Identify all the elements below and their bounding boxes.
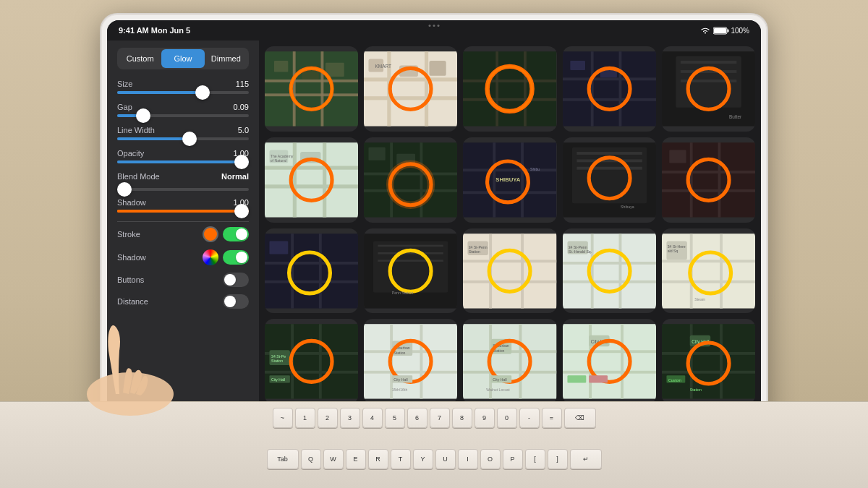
- shadow-color-swatch[interactable]: [203, 249, 218, 265]
- map-cell-3[interactable]: [463, 46, 556, 132]
- svg-rect-88: [265, 261, 358, 264]
- key-p[interactable]: P: [503, 449, 523, 469]
- svg-text:KMART: KMART: [375, 64, 392, 69]
- svg-rect-42: [681, 70, 737, 73]
- linewidth-slider-thumb[interactable]: [182, 132, 197, 146]
- key-r[interactable]: R: [368, 449, 388, 469]
- key-bracket-r[interactable]: ]: [548, 449, 568, 469]
- key-e[interactable]: E: [346, 449, 366, 469]
- linewidth-slider-track[interactable]: [117, 137, 249, 140]
- svg-rect-77: [576, 167, 642, 170]
- size-control: Size 115: [117, 80, 249, 94]
- map-cell-18[interactable]: Suburban Station City Hall Walnut Locust: [463, 319, 556, 404]
- svg-point-0: [705, 33, 706, 34]
- buttons-toggle[interactable]: [223, 273, 249, 287]
- key-3[interactable]: 3: [340, 408, 360, 428]
- map-cell-6[interactable]: The Academy of Natural: [265, 137, 358, 223]
- map-cell-11[interactable]: [265, 228, 358, 314]
- shadow-slider-track[interactable]: [117, 210, 249, 213]
- key-u[interactable]: U: [435, 449, 456, 469]
- size-label: Size: [117, 80, 132, 88]
- svg-rect-133: [319, 324, 322, 398]
- svg-rect-48: [265, 184, 358, 188]
- stroke-toggle[interactable]: [223, 227, 249, 241]
- size-slider-track[interactable]: [117, 91, 249, 94]
- key-tilde[interactable]: ~: [273, 408, 293, 428]
- key-minus[interactable]: -: [519, 408, 540, 428]
- map-cell-7[interactable]: [364, 137, 457, 223]
- svg-rect-112: [563, 280, 656, 283]
- gap-value: 0.09: [234, 103, 249, 111]
- key-bracket-l[interactable]: [: [525, 449, 545, 469]
- map-tile-11: [265, 228, 358, 314]
- svg-rect-2: [714, 28, 726, 33]
- svg-rect-113: [590, 234, 593, 308]
- svg-text:Station: Station: [690, 388, 702, 392]
- svg-rect-15: [364, 77, 457, 81]
- gap-label: Gap: [117, 103, 132, 111]
- key-5[interactable]: 5: [385, 408, 405, 428]
- buttons-label: Buttons: [117, 275, 144, 284]
- stroke-color-swatch[interactable]: [203, 226, 218, 242]
- map-cell-9[interactable]: Shibuya: [563, 137, 656, 223]
- segment-custom[interactable]: Custom: [119, 49, 161, 68]
- key-6[interactable]: 6: [407, 408, 427, 428]
- segment-glow[interactable]: Glow: [161, 49, 204, 68]
- key-i[interactable]: I: [458, 449, 478, 469]
- key-7[interactable]: 7: [430, 408, 450, 428]
- svg-rect-28: [524, 51, 527, 126]
- map-cell-13[interactable]: 34 St-Penn Station: [463, 228, 556, 314]
- size-slider-thumb[interactable]: [195, 85, 210, 100]
- key-w[interactable]: W: [323, 449, 344, 469]
- key-2[interactable]: 2: [318, 408, 338, 428]
- svg-rect-168: [621, 324, 624, 398]
- svg-text:15th/16th: 15th/16th: [392, 388, 408, 392]
- opacity-slider-thumb[interactable]: [234, 155, 249, 169]
- key-q[interactable]: Q: [301, 449, 321, 469]
- map-cell-8[interactable]: SHIBUYA Shibu: [463, 137, 556, 223]
- map-cell-10[interactable]: [662, 137, 755, 223]
- map-tile-8: SHIBUYA Shibu: [463, 137, 556, 223]
- key-y[interactable]: Y: [413, 449, 433, 469]
- svg-rect-32: [563, 77, 656, 80]
- opacity-slider-track[interactable]: [117, 160, 249, 163]
- blend-slider-track[interactable]: [117, 188, 249, 191]
- key-1[interactable]: 1: [295, 408, 315, 428]
- map-cell-14[interactable]: 34 St-Penn St.-Herald Sq.: [563, 228, 656, 314]
- key-0[interactable]: 0: [497, 408, 517, 428]
- map-cell-15[interactable]: 34 St-Here ald Sq Steam: [662, 228, 755, 314]
- map-cell-17[interactable]: Suburban Station City Hall 15th/16th: [364, 319, 457, 404]
- key-4[interactable]: 4: [362, 408, 383, 428]
- gap-slider-thumb[interactable]: [136, 108, 150, 123]
- map-cell-1[interactable]: [265, 46, 358, 132]
- distance-toggle[interactable]: [223, 294, 249, 309]
- map-cell-20[interactable]: City Hall Custom Station: [662, 319, 755, 404]
- shadow-toggle[interactable]: [223, 250, 249, 265]
- map-cell-5[interactable]: Butter: [662, 46, 755, 132]
- blend-mode-row: Blend Mode Normal: [117, 172, 249, 181]
- svg-rect-96: [378, 244, 443, 247]
- svg-text:Steam: Steam: [694, 297, 705, 301]
- gap-slider-track[interactable]: [117, 114, 249, 117]
- key-enter[interactable]: ↵: [570, 449, 602, 469]
- map-cell-2[interactable]: KMART: [364, 46, 457, 132]
- map-cell-4[interactable]: [563, 46, 656, 132]
- map-cell-16[interactable]: 34 St-Pe Station City Hall: [265, 319, 358, 404]
- ipad-frame: 9:41 AM Mon Jun 5: [101, 14, 767, 430]
- key-9[interactable]: 9: [475, 408, 495, 428]
- segment-dimmed[interactable]: Dimmed: [205, 49, 247, 68]
- map-grid: KMART: [265, 46, 755, 404]
- key-8[interactable]: 8: [452, 408, 472, 428]
- svg-text:SHIBUYA: SHIBUYA: [496, 176, 522, 183]
- key-o[interactable]: O: [480, 449, 501, 469]
- key-plus[interactable]: =: [542, 408, 562, 428]
- svg-rect-67: [463, 191, 556, 194]
- svg-text:34 St-Here: 34 St-Here: [668, 244, 686, 248]
- key-tab[interactable]: Tab: [267, 449, 299, 469]
- key-t[interactable]: T: [391, 449, 411, 469]
- distance-label: Distance: [117, 297, 148, 306]
- shadow-slider-label: Shadow: [117, 198, 146, 207]
- map-cell-12[interactable]: Penn Station: [364, 228, 457, 314]
- map-cell-19[interactable]: City Hall: [563, 319, 656, 404]
- key-backspace[interactable]: ⌫: [564, 408, 596, 428]
